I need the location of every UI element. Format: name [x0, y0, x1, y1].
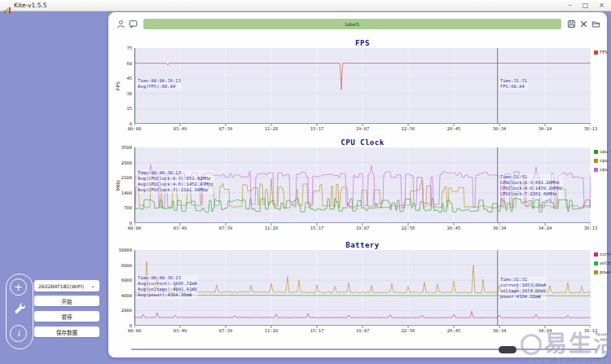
watermark-url: www.3elife.net — [521, 357, 611, 364]
x-tick-label: 22:56 — [402, 226, 415, 230]
y-tick-label: 4000 — [116, 293, 132, 298]
toolbar: label1 — [116, 17, 600, 30]
sidebar-rail: + i — [6, 274, 33, 349]
legend-item: cpu 7 — [594, 167, 611, 172]
y-axis-label: FPS — [115, 48, 121, 124]
label-bar[interactable]: label1 — [143, 19, 561, 29]
annotation: Time:00:00-38:13Avg(FPS):60.04 — [137, 78, 182, 90]
fps-chart: FPSFPS01530456075Time:00:00-38:13Avg(FPS… — [116, 39, 605, 138]
x-tick-label: 38:13 — [584, 226, 598, 230]
chart-title: Battery — [134, 241, 591, 249]
x-tick-label: 15:17 — [310, 126, 324, 131]
clear-icon[interactable] — [579, 20, 588, 29]
y-tick-label: 75 — [116, 46, 132, 50]
start-button[interactable]: 开始 — [34, 296, 99, 306]
y-tick-label: 1400 — [116, 191, 132, 195]
x-tick-label: 19:07 — [356, 126, 370, 131]
pause-button[interactable]: 暂停 — [34, 311, 99, 322]
plot-container: Time:00:00-38:13Avg(current):1095.72mAAv… — [134, 250, 591, 328]
legend-item: power — [594, 270, 611, 274]
horizontal-scrollbar[interactable] — [131, 346, 597, 353]
x-tick-label: 00:00 — [128, 126, 142, 131]
x-tick-label: 11:28 — [265, 126, 279, 131]
y-tick-label: 700 — [116, 205, 132, 210]
legend-item: cpu 0-3 — [594, 149, 611, 154]
maximize-button[interactable]: □ — [582, 0, 589, 11]
x-tick-label: 26:45 — [447, 328, 461, 333]
legend-swatch-icon — [594, 50, 598, 55]
chart-title: FPS — [134, 39, 591, 47]
y-tick-label: 8000 — [116, 263, 132, 268]
y-tick-label: 2800 — [116, 160, 132, 165]
legend-swatch-icon — [594, 270, 598, 274]
x-tick-label: 34:24 — [538, 328, 552, 333]
x-tick-label: 07:39 — [219, 126, 233, 131]
x-tick-label: 00:00 — [128, 328, 142, 333]
x-tick-label: 30:34 — [493, 126, 507, 131]
x-tick-label: 19:07 — [356, 226, 370, 230]
legend-swatch-icon — [594, 168, 598, 172]
x-tick-label: 38:13 — [584, 126, 598, 131]
y-tick-label: 15 — [116, 106, 132, 111]
chart-legend: FPS — [594, 50, 608, 59]
x-tick-label: 34:24 — [538, 226, 552, 230]
annotation: Time:00:00-38:13Avg(current):1095.72mAAv… — [137, 275, 198, 299]
legend-swatch-icon — [594, 150, 598, 154]
wrench-icon[interactable] — [12, 301, 26, 315]
annotation: Time:31:31current:1053.00mAvoltage:3974.… — [499, 277, 547, 300]
legend-item: FPS — [594, 50, 608, 55]
x-tick-label: 34:24 — [538, 126, 552, 131]
legend-swatch-icon — [594, 261, 598, 265]
device-select-value: 2602BRT18C(WIFI) — [38, 283, 84, 289]
annotation: Time:31:31FPS:60.04 — [499, 78, 528, 90]
window-titlebar: Kite-v1.5.5 – □ × — [0, 0, 611, 11]
window-controls: – □ × — [569, 0, 607, 11]
x-tick-label: 38:13 — [584, 328, 598, 333]
x-tick-label: 19:07 — [356, 328, 370, 333]
folder-icon[interactable] — [591, 20, 600, 29]
minimize-button[interactable]: – — [569, 0, 572, 11]
x-tick-label: 03:49 — [174, 126, 187, 131]
x-tick-label: 22:56 — [402, 328, 415, 333]
save-icon[interactable] — [567, 20, 576, 29]
legend-item: current — [594, 252, 611, 257]
legend-swatch-icon — [594, 159, 598, 163]
legend-item: voltage — [594, 261, 611, 265]
y-tick-label: 2000 — [116, 308, 132, 313]
cpu-clock-chart: CPU ClockMHz07001400210028003500Time:00:… — [116, 138, 605, 241]
x-tick-label: 26:45 — [447, 226, 461, 230]
main-panel: label1 FPSFPS01530456075Time:00:00-38:13… — [108, 12, 607, 357]
x-tick-label: 11:28 — [265, 226, 279, 230]
x-tick-label: 07:39 — [219, 226, 233, 230]
annotation: Time:00:00-38:13Avg(CPUClock:0-3):851.42… — [137, 170, 214, 194]
x-tick-label: 03:49 — [174, 328, 187, 333]
battery-chart: Battery0200040006000800010000Time:00:00-… — [116, 241, 605, 344]
y-tick-label: 6000 — [116, 278, 132, 283]
x-tick-label: 15:17 — [310, 226, 324, 230]
annotation: Time:31:31CPUClock:0-3:691.20MHzCPUClock… — [499, 174, 563, 198]
scrollbar-track[interactable] — [131, 349, 597, 350]
chart-legend: current voltage power — [594, 252, 611, 278]
user-icon[interactable] — [116, 20, 125, 29]
y-tick-label: 2100 — [116, 175, 132, 180]
y-tick-label: 60 — [116, 61, 132, 66]
chat-icon[interactable] — [129, 20, 138, 29]
x-tick-label: 07:39 — [219, 328, 233, 333]
info-icon[interactable]: i — [10, 325, 27, 342]
device-select[interactable]: 2602BRT18C(WIFI) ⌄ — [34, 280, 99, 292]
y-axis-label: MHz — [115, 147, 121, 223]
save-data-button[interactable]: 保存数据 — [34, 327, 99, 337]
scrollbar-thumb[interactable] — [499, 346, 516, 353]
chart-legend: cpu 0-3 cpu 4-6 cpu 7 — [594, 149, 611, 176]
x-tick-label: 03:49 — [174, 226, 187, 230]
y-tick-label: 3500 — [116, 145, 132, 150]
plot-container: Time:00:00-38:13Avg(CPUClock:0-3):851.42… — [134, 147, 591, 226]
y-tick-label: 30 — [116, 91, 132, 96]
app-chart-icon — [4, 2, 11, 9]
add-icon[interactable]: + — [10, 278, 27, 296]
close-button[interactable]: × — [599, 0, 604, 11]
y-tick-label: 45 — [116, 76, 132, 81]
x-tick-label: 11:28 — [265, 328, 279, 333]
y-tick-label: 10000 — [116, 248, 132, 252]
x-tick-label: 30:34 — [493, 328, 507, 333]
